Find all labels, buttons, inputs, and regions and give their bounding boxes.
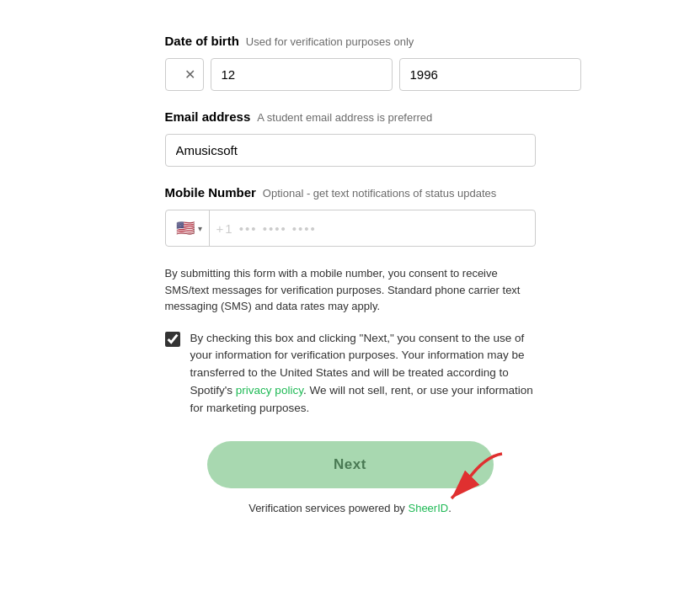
footer-text-before: Verification services powered by [248,502,408,514]
button-area: Next [165,441,536,488]
footer-text: Verification services powered by SheerID… [165,502,536,514]
email-label-row: Email address A student email address is… [165,109,536,127]
email-input[interactable] [165,134,536,167]
mobile-field-group: Mobile Number Optional - get text notifi… [165,185,536,247]
dob-label-row: Date of birth Used for verification purp… [165,34,536,51]
footer-text-after: . [448,502,452,514]
mobile-label: Mobile Number [165,185,256,200]
phone-input-wrapper: 🇺🇸 ▾ [165,210,536,247]
clear-month-icon[interactable]: ✕ [184,68,195,82]
mobile-label-row: Mobile Number Optional - get text notifi… [165,185,536,203]
email-field-group: Email address A student email address is… [165,109,536,167]
dob-label: Date of birth [165,34,239,48]
next-button[interactable]: Next [207,441,494,488]
sheerid-link[interactable]: SheerID [408,502,448,514]
checkbox-label-text: By checking this box and clicking "Next,… [190,330,536,418]
mobile-hint: Optional - get text notifications of sta… [263,187,497,200]
dob-field-group: Date of birth Used for verification purp… [165,34,536,91]
checkbox-wrapper [165,332,180,350]
email-label: Email address [165,109,251,124]
country-selector[interactable]: 🇺🇸 ▾ [176,210,210,246]
dob-inputs-row: ✕ [165,58,536,91]
dropdown-arrow-icon: ▾ [198,224,202,233]
checkbox-row: By checking this box and clicking "Next,… [165,330,536,418]
day-input[interactable] [211,58,393,91]
phone-input[interactable] [216,213,525,244]
month-input-wrapper: ✕ [165,58,204,91]
sms-consent-text: By submitting this form with a mobile nu… [165,265,536,315]
dob-hint: Used for verification purposes only [246,35,414,48]
privacy-policy-link[interactable]: privacy policy [236,384,303,397]
flag-icon: 🇺🇸 [176,219,195,237]
form-container: Date of birth Used for verification purp… [140,17,561,531]
email-hint: A student email address is preferred [257,111,432,124]
consent-checkbox[interactable] [165,332,180,347]
year-input[interactable] [399,58,581,91]
